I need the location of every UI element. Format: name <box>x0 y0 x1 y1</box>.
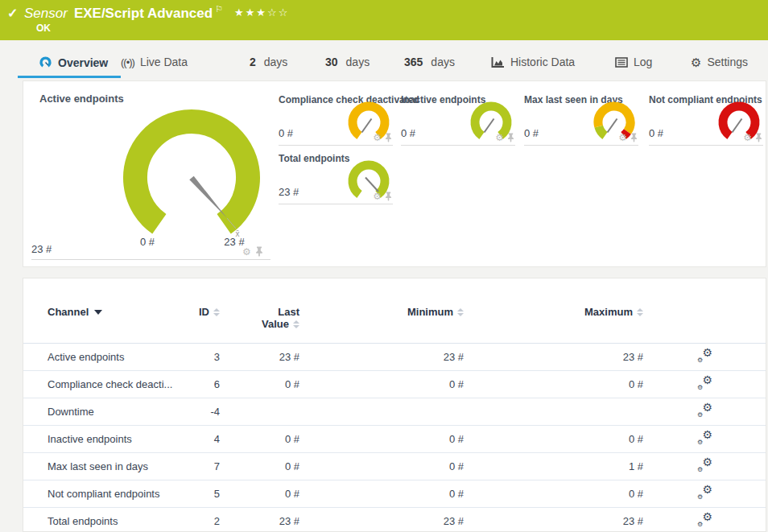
gear-icon[interactable]: ⚙ <box>495 133 504 142</box>
maximum-value: 0 # <box>472 488 651 500</box>
gauge-icon <box>39 56 52 69</box>
last-value: 23 # <box>228 515 308 527</box>
channels-table: Channel ID Last Value Minimum Maximum <box>23 278 766 532</box>
last-value: 23 # <box>228 351 308 363</box>
minimum-value: 0 # <box>308 488 472 500</box>
column-header-channel[interactable]: Channel <box>47 306 200 318</box>
pin-icon[interactable] <box>507 133 514 142</box>
sort-icon <box>637 308 643 316</box>
tab-2-days[interactable]: 2 days <box>250 56 287 68</box>
channel-settings-icon[interactable]: ⚙⚙ <box>697 513 712 527</box>
channel-settings-icon[interactable]: ⚙⚙ <box>697 486 712 500</box>
channel-name[interactable]: Max last seen in days <box>47 460 200 472</box>
channel-name[interactable]: Inactive endpoints <box>47 433 200 445</box>
sensor-name: EXE/Script Advanced <box>74 6 213 21</box>
channel-name[interactable]: Downtime <box>47 406 200 418</box>
column-header-minimum[interactable]: Minimum <box>308 306 472 318</box>
pin-icon[interactable] <box>630 133 638 142</box>
gauges-panel: Active endpoints x̄ 0 # 23 # 23 # ⚙ Comp… <box>23 80 766 267</box>
priority-stars[interactable]: ★★★☆☆ <box>234 6 289 19</box>
header-label: ID <box>199 306 209 318</box>
tab-label: Settings <box>707 56 748 68</box>
gauge-needle <box>362 119 372 133</box>
gauge-total-endpoints: Total endpoints 23 # ⚙ <box>279 154 393 204</box>
tab-label: Historic Data <box>510 56 575 68</box>
column-header-id[interactable]: ID <box>200 306 228 318</box>
gauge-current-value: 0 # <box>401 127 415 139</box>
header-label: Channel <box>47 306 89 318</box>
maximum-value: 23 # <box>472 515 651 527</box>
tab-live-data[interactable]: ((•)) Live Data <box>121 56 188 68</box>
sort-desc-icon <box>94 310 102 315</box>
sensor-status-badge: OK <box>36 23 51 34</box>
sensor-header: ✓ SensorEXE/Script Advanced⚐★★★☆☆ OK <box>0 0 768 40</box>
tab-label: days <box>346 56 370 68</box>
stars-filled: ★★★ <box>234 6 267 19</box>
channel-settings-icon[interactable]: ⚙⚙ <box>697 404 712 418</box>
flag-icon[interactable]: ⚐ <box>215 4 223 14</box>
pin-icon[interactable] <box>255 246 263 257</box>
table-row: Max last seen in days 7 0 # 0 # 1 # ⚙⚙ <box>23 453 766 480</box>
channel-name[interactable]: Total endpoints <box>47 515 200 527</box>
gear-icon: ⚙ <box>691 56 701 68</box>
gear-icon[interactable]: ⚙ <box>242 247 251 257</box>
gauge-needle <box>485 119 494 133</box>
sort-icon <box>293 320 299 328</box>
tab-overview[interactable]: Overview <box>39 56 108 69</box>
gauge-current-value: 23 # <box>279 186 299 198</box>
tab-365-days[interactable]: 365 days <box>404 56 455 68</box>
minimum-value: 23 # <box>308 351 472 363</box>
gauge-compliance-check-deactivated: Compliance check deactivated 0 # ⚙ <box>279 95 393 146</box>
channel-id: 2 <box>200 515 228 527</box>
table-row: Downtime -4 ⚙⚙ <box>23 398 766 426</box>
gauge-current-value: 0 # <box>279 127 293 139</box>
channel-settings-icon[interactable]: ⚙⚙ <box>697 349 712 363</box>
channel-id: 5 <box>200 488 228 500</box>
gauge-actions: ⚙ <box>242 246 263 257</box>
pin-icon[interactable] <box>755 133 762 142</box>
tab-label: Live Data <box>140 56 188 68</box>
last-value: 0 # <box>228 488 308 500</box>
gauge-needle <box>365 178 378 192</box>
pin-icon[interactable] <box>385 133 392 142</box>
gauge-actions: ⚙ <box>373 192 392 201</box>
sensor-titleline: SensorEXE/Script Advanced⚐★★★☆☆ <box>24 4 289 22</box>
pin-icon[interactable] <box>385 192 392 201</box>
table-row: Compliance check deacti... 6 0 # 0 # 0 #… <box>23 371 766 398</box>
gauge-actions: ⚙ <box>618 133 638 142</box>
tab-log[interactable]: Log <box>615 56 652 68</box>
channel-name[interactable]: Not compliant endpoints <box>47 488 200 500</box>
channel-settings-icon[interactable]: ⚙⚙ <box>697 377 712 390</box>
minimum-value: 0 # <box>308 460 472 472</box>
gauge-not-compliant-endpoints: Not compliant endpoints 0 # ⚙ <box>649 95 763 146</box>
tab-30-days[interactable]: 30 days <box>325 56 370 68</box>
column-header-maximum[interactable]: Maximum <box>472 306 651 318</box>
panel-divider <box>31 259 270 260</box>
gear-icon[interactable]: ⚙ <box>743 133 752 142</box>
stars-empty: ☆☆ <box>267 6 289 19</box>
tab-historic-data[interactable]: Historic Data <box>491 56 575 68</box>
tab-label: Log <box>634 56 652 68</box>
tab-label: days <box>264 56 288 68</box>
gauge-inactive-endpoints: Inactive endpoints 0 # ⚙ <box>401 95 515 146</box>
gauge-max-last-seen-in-days: Max last seen in days 0 # ⚙ <box>524 95 638 146</box>
minimum-value: 0 # <box>308 433 472 445</box>
gauge-actions: ⚙ <box>495 133 514 142</box>
broadcast-icon: ((•)) <box>121 56 134 68</box>
channel-settings-icon[interactable]: ⚙⚙ <box>697 431 712 445</box>
tab-settings[interactable]: ⚙ Settings <box>691 56 748 68</box>
gear-icon[interactable]: ⚙ <box>373 192 382 201</box>
object-kind-label: Sensor <box>24 6 68 21</box>
maximum-value: 1 # <box>472 460 651 472</box>
channel-name[interactable]: Compliance check deacti... <box>47 378 200 390</box>
tab-number: 365 <box>404 56 423 68</box>
channel-name[interactable]: Active endpoints <box>47 351 200 363</box>
channel-settings-icon[interactable]: ⚙⚙ <box>697 459 712 472</box>
gear-icon[interactable]: ⚙ <box>618 133 627 142</box>
column-header-last-value[interactable]: Last Value <box>228 306 308 330</box>
table-row: Total endpoints 2 23 # 23 # 23 # ⚙⚙ <box>23 508 766 532</box>
gear-icon[interactable]: ⚙ <box>373 133 382 142</box>
gauge-needle <box>189 176 227 218</box>
tab-bar: Overview ((•)) Live Data 2 days 30 days … <box>0 48 768 78</box>
maximum-value: 23 # <box>472 351 651 363</box>
